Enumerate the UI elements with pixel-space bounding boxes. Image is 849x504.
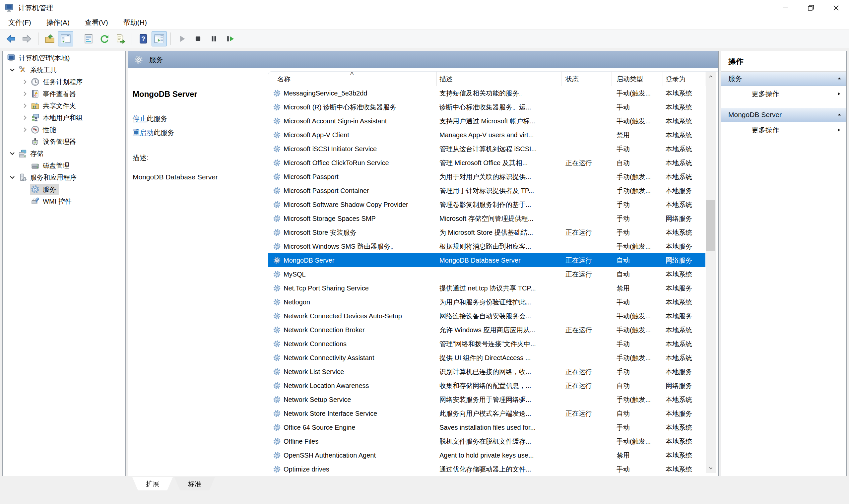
stop-service-link[interactable]: 停止 bbox=[133, 115, 147, 122]
tree-item[interactable]: 系统工具 bbox=[3, 64, 125, 76]
chevron-down-icon[interactable] bbox=[7, 148, 17, 159]
view-tab[interactable]: 扩展 bbox=[132, 477, 173, 490]
tree-item[interactable]: 服务和应用程序 bbox=[3, 172, 125, 183]
toolbar-button[interactable]: ? bbox=[136, 31, 151, 47]
menu-item[interactable]: 查看(V) bbox=[79, 16, 113, 30]
table-row[interactable]: Microsoft Account Sign-in Assistant 支持用户… bbox=[268, 114, 705, 128]
tree-expander[interactable] bbox=[20, 196, 30, 206]
window-control-button[interactable] bbox=[773, 0, 798, 16]
table-row[interactable]: Net.Tcp Port Sharing Service 提供通过 net.tc… bbox=[268, 281, 705, 295]
service-startup-cell: 手动 bbox=[612, 337, 663, 351]
tree-item[interactable]: 计算机管理(本地) bbox=[3, 52, 125, 64]
table-row[interactable]: Microsoft Passport 为用于对用户关联的标识提供... 手动(触… bbox=[268, 170, 705, 184]
column-header[interactable]: 状态 bbox=[561, 72, 612, 86]
tree-item[interactable]: 事件查看器 bbox=[3, 88, 125, 100]
chevron-right-icon[interactable] bbox=[20, 125, 30, 134]
toolbar-button[interactable] bbox=[132, 33, 132, 45]
tree-expander[interactable] bbox=[20, 184, 30, 194]
chevron-down-icon[interactable] bbox=[7, 65, 17, 75]
table-row[interactable]: Network Connection Broker 允许 Windows 应用商… bbox=[268, 323, 705, 337]
window-control-button[interactable] bbox=[824, 0, 849, 16]
table-row[interactable]: Microsoft Windows SMS 路由器服务。 根据规则将消息路由到相… bbox=[268, 239, 705, 253]
chevron-right-icon[interactable] bbox=[20, 77, 30, 87]
table-row[interactable]: OpenSSH Authentication Agent Agent to ho… bbox=[268, 448, 705, 462]
toolbar-button[interactable] bbox=[58, 31, 73, 47]
toolbar-button[interactable] bbox=[38, 33, 38, 45]
table-row[interactable]: Microsoft App-V Client Manages App-V use… bbox=[268, 128, 705, 142]
action-section-header[interactable]: MongoDB Server bbox=[721, 108, 846, 122]
table-row[interactable]: Microsoft Store 安装服务 为 Microsoft Store 提… bbox=[268, 226, 705, 239]
scrollbar-thumb[interactable] bbox=[706, 200, 715, 251]
chevron-right-icon[interactable] bbox=[20, 101, 30, 111]
table-row[interactable]: Network Connections 管理"网络和拨号连接"文件夹中... 手… bbox=[268, 337, 705, 351]
service-desc-cell: MongoDB Database Server bbox=[437, 253, 561, 267]
toolbar-button[interactable] bbox=[42, 31, 57, 47]
table-row[interactable]: MessagingService_5e3b2dd 支持短信及相关功能的服务。 手… bbox=[268, 86, 705, 100]
table-row[interactable]: MongoDB Server MongoDB Database Server 正… bbox=[268, 253, 705, 267]
table-row[interactable]: Network Connectivity Assistant 提供 UI 组件的… bbox=[268, 351, 705, 365]
table-row[interactable]: Microsoft Storage Spaces SMP Microsoft 存… bbox=[268, 212, 705, 226]
table-row[interactable]: Network Location Awareness 收集和存储网络的配置信息，… bbox=[268, 379, 705, 393]
column-header[interactable]: 启动类型 bbox=[612, 72, 663, 86]
chevron-right-icon[interactable] bbox=[20, 113, 30, 123]
table-row[interactable]: Network List Service 识别计算机已连接的网络，收... 正在… bbox=[268, 365, 705, 379]
table-row[interactable]: Network Store Interface Service 此服务向用户模式… bbox=[268, 407, 705, 420]
tree-item[interactable]: 任务计划程序 bbox=[3, 76, 125, 88]
table-row[interactable]: Network Setup Service 网络安装服务用于管理网络驱... 手… bbox=[268, 393, 705, 407]
toolbar-button[interactable] bbox=[170, 33, 171, 45]
tree-item[interactable]: 共享文件夹 bbox=[3, 100, 125, 112]
more-actions-item[interactable]: 更多操作 bbox=[721, 122, 846, 138]
tree-item[interactable]: 存储 bbox=[3, 147, 125, 160]
table-row[interactable]: Network Connected Devices Auto-Setup 网络连… bbox=[268, 309, 705, 323]
tree-expander[interactable] bbox=[20, 161, 30, 170]
toolbar-button[interactable] bbox=[19, 31, 35, 47]
service-logon-cell: 本地系统 bbox=[663, 434, 705, 448]
toolbar-button[interactable] bbox=[175, 31, 190, 47]
more-actions-item[interactable]: 更多操作 bbox=[721, 86, 846, 102]
service-gear-icon bbox=[273, 354, 281, 362]
table-row[interactable]: Microsoft iSCSI Initiator Service 管理从这台计… bbox=[268, 142, 705, 156]
table-row[interactable]: Optimize drives 通过优化存储驱动器上的文件... 手动 本地系统 bbox=[268, 462, 705, 475]
toolbar-button[interactable] bbox=[151, 31, 167, 47]
window-control-button[interactable] bbox=[798, 0, 824, 16]
table-row[interactable]: Microsoft (R) 诊断中心标准收集器服务 诊断中心标准收集器服务。运.… bbox=[268, 100, 705, 114]
collapse-arrow-icon[interactable] bbox=[836, 76, 842, 82]
chevron-down-icon[interactable] bbox=[7, 173, 17, 182]
collapse-arrow-icon[interactable] bbox=[836, 112, 842, 118]
tree-item[interactable]: 设备管理器 bbox=[3, 136, 125, 147]
restart-service-link[interactable]: 重启动 bbox=[133, 129, 153, 136]
menu-item[interactable]: 帮助(H) bbox=[118, 16, 152, 30]
table-row[interactable]: Microsoft Office ClickToRun Service 管理 M… bbox=[268, 156, 705, 170]
tree-item[interactable]: WMI 控件 bbox=[3, 195, 125, 207]
table-row[interactable]: Microsoft Software Shadow Copy Provider … bbox=[268, 198, 705, 212]
menu-item[interactable]: 文件(F) bbox=[3, 16, 36, 30]
tree-item[interactable]: 本地用户和组 bbox=[3, 112, 125, 124]
view-tab[interactable]: 标准 bbox=[175, 477, 215, 490]
toolbar-button[interactable] bbox=[222, 31, 237, 47]
tree-item[interactable]: 性能 bbox=[3, 124, 125, 136]
toolbar-button[interactable] bbox=[113, 31, 128, 47]
table-row[interactable]: Netlogon 为用户和服务身份验证维护此... 手动 本地系统 bbox=[268, 295, 705, 309]
table-row[interactable]: Office 64 Source Engine Saves installati… bbox=[268, 420, 705, 434]
vertical-scrollbar[interactable] bbox=[706, 72, 716, 473]
service-startup-cell: 手动 bbox=[612, 420, 663, 434]
toolbar-button[interactable] bbox=[77, 33, 77, 45]
toolbar-button[interactable] bbox=[191, 31, 205, 47]
table-row[interactable]: MySQL 正在运行 自动 本地系统 bbox=[268, 267, 705, 281]
column-header[interactable]: 登录为 bbox=[663, 72, 705, 86]
scroll-up-button[interactable] bbox=[706, 72, 716, 82]
chevron-right-icon[interactable] bbox=[20, 89, 30, 99]
toolbar-button[interactable] bbox=[81, 31, 96, 47]
scroll-down-button[interactable] bbox=[706, 463, 716, 473]
toolbar-button[interactable] bbox=[206, 31, 221, 47]
table-row[interactable]: Microsoft Passport Container 管理用于针对标识提供者… bbox=[268, 184, 705, 198]
action-section-header[interactable]: 服务 bbox=[721, 72, 846, 86]
tree-item[interactable]: 磁盘管理 bbox=[3, 160, 125, 172]
menu-item[interactable]: 操作(A) bbox=[41, 16, 75, 30]
toolbar-button[interactable] bbox=[3, 31, 19, 47]
column-header[interactable]: 描述 bbox=[437, 72, 561, 86]
tree-item[interactable]: 服务 bbox=[3, 183, 125, 195]
table-row[interactable]: Offline Files 脱机文件服务在脱机文件缓存... 手动(触发... … bbox=[268, 434, 705, 448]
toolbar-button[interactable] bbox=[97, 31, 112, 47]
tree-expander[interactable] bbox=[20, 137, 30, 147]
